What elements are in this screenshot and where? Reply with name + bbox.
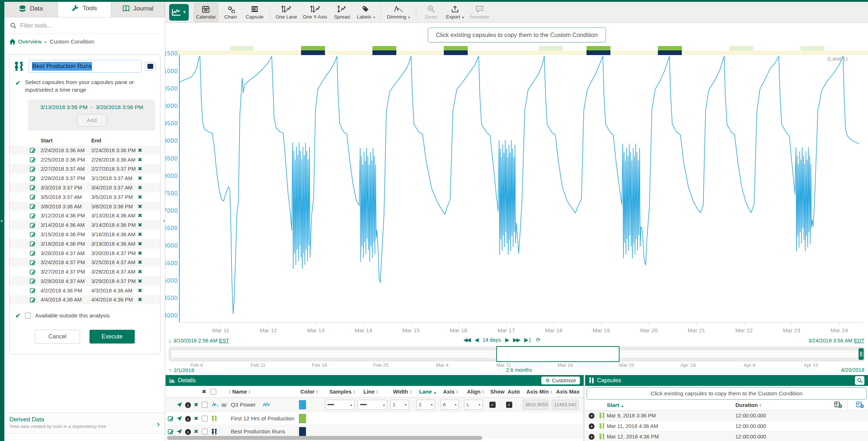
- collapse-sidebar-icon[interactable]: ‹‹: [163, 217, 164, 224]
- pin-item-icon[interactable]: [176, 429, 182, 434]
- edit-capsule-icon[interactable]: [30, 241, 41, 247]
- remove-capsule-icon[interactable]: ✖: [138, 241, 142, 247]
- condition-capsule-green[interactable]: [372, 46, 396, 50]
- column-header-axis-min[interactable]: Axis Min▲▼: [526, 388, 554, 395]
- condition-capsule-green-dimmed[interactable]: [801, 46, 825, 50]
- capsule-row[interactable]: +Mar 9, 2018 3:36 PM12:00:00.000: [585, 411, 868, 421]
- timebar-track[interactable]: [169, 347, 865, 361]
- home-icon[interactable]: [9, 39, 16, 45]
- breadcrumb-overview-link[interactable]: Overview: [18, 38, 42, 45]
- condition-capsule-green-dimmed[interactable]: [729, 46, 753, 50]
- remove-capsule-icon[interactable]: ✖: [138, 296, 142, 303]
- capsule-row[interactable]: +Mar 11, 2018 4:36 AM12:00:00.000: [585, 421, 868, 432]
- column-header-lane[interactable]: Lane ▲: [419, 388, 437, 395]
- edit-capsule-icon[interactable]: [30, 175, 41, 182]
- condition-capsule-green-dimmed[interactable]: [539, 46, 563, 50]
- range-end-readout[interactable]: 3/24/2018 3:56 AM EDT: [808, 337, 864, 344]
- edit-capsule-icon[interactable]: [30, 184, 41, 191]
- remove-capsule-icon[interactable]: ✖: [138, 147, 142, 154]
- time-range-value[interactable]: 3/13/2018 3:56 PM - 3/20/2018 3:56 PM: [32, 104, 151, 111]
- edit-item-icon[interactable]: [168, 415, 174, 421]
- samples-style-dropdown[interactable]: ▴: [325, 400, 355, 410]
- remove-item-icon[interactable]: ✖: [194, 402, 199, 408]
- remove-capsule-icon[interactable]: ✖: [138, 287, 142, 294]
- edit-capsule-icon[interactable]: [30, 157, 41, 163]
- chain-button[interactable]: Chain: [220, 3, 242, 22]
- select-all-checkbox[interactable]: [210, 389, 216, 395]
- remove-capsule-icon[interactable]: ✖: [138, 175, 142, 182]
- condition-capsule-green[interactable]: [444, 46, 468, 50]
- refresh-icon[interactable]: ⟳: [536, 337, 541, 343]
- one-y-axis-button[interactable]: One Y-Axis: [301, 3, 329, 22]
- dimming-button[interactable]: Dimming ▾: [385, 3, 412, 22]
- capsules-duration-column[interactable]: Duration▲▼: [735, 402, 763, 408]
- column-header-name[interactable]: ▲▼Name▲▼: [227, 388, 252, 395]
- remove-capsule-icon[interactable]: ✖: [138, 231, 142, 238]
- labels-button[interactable]: Labels ▾: [355, 3, 377, 22]
- tab-tools[interactable]: Tools: [58, 0, 112, 17]
- details-row[interactable]: i✖First 12 Hrs of Production: [166, 412, 584, 425]
- horizontal-scrollbar[interactable]: [167, 436, 482, 440]
- tab-journal[interactable]: Journal: [111, 0, 165, 17]
- execute-button[interactable]: Execute: [89, 330, 135, 344]
- condition-name-input[interactable]: Best Production Runs: [29, 60, 142, 73]
- column-header-color[interactable]: Color▲▼: [300, 388, 320, 395]
- timebar-selection[interactable]: [496, 346, 619, 362]
- edit-capsule-icon[interactable]: [30, 231, 41, 237]
- derived-data-footer[interactable]: Derived Data View data created by tools …: [4, 413, 165, 434]
- window-duration[interactable]: 14 days: [483, 337, 501, 343]
- pin-item-icon[interactable]: [176, 402, 182, 408]
- capsules-start-column[interactable]: Start ▲: [607, 402, 624, 408]
- edit-capsule-icon[interactable]: [30, 147, 41, 153]
- row-checkbox[interactable]: [202, 429, 208, 434]
- capsule-row[interactable]: +Mar 12, 2018 4:36 PM12:00:00.000: [585, 432, 868, 441]
- details-row[interactable]: i✖WQ3 Power▴▴1▾1▾A▾L▾✓✓3815.905511483.04…: [166, 398, 584, 412]
- calendar-button[interactable]: Calendar: [194, 3, 218, 22]
- lane-dropdown[interactable]: 1▾: [416, 400, 435, 410]
- edit-capsule-icon[interactable]: [30, 222, 41, 228]
- color-swatch[interactable]: [299, 414, 306, 423]
- remove-capsule-icon[interactable]: ✖: [138, 269, 142, 275]
- remove-capsule-icon[interactable]: ✖: [138, 222, 142, 228]
- timebar-range-end[interactable]: 4/20/2018: [841, 367, 864, 373]
- step-back-icon[interactable]: ◀: [475, 337, 478, 343]
- expand-capsule-icon[interactable]: +: [589, 423, 594, 429]
- start-column-header[interactable]: Start: [41, 138, 91, 143]
- condition-capsule-green[interactable]: [658, 46, 682, 50]
- column-header-align[interactable]: Align▲▼: [467, 388, 485, 395]
- column-header-auto[interactable]: Auto: [508, 388, 520, 395]
- expand-capsule-icon[interactable]: +: [589, 434, 594, 440]
- step-forward-icon[interactable]: ▶: [505, 337, 509, 343]
- edit-capsule-icon[interactable]: [30, 278, 41, 284]
- row-checkbox[interactable]: [202, 402, 208, 408]
- end-column-header[interactable]: End: [91, 138, 138, 143]
- remove-capsule-icon[interactable]: ✖: [138, 278, 142, 284]
- column-header-show[interactable]: Show: [490, 388, 505, 395]
- axis-dropdown[interactable]: A▾: [440, 400, 459, 410]
- info-icon[interactable]: i: [185, 428, 191, 435]
- one-lane-button[interactable]: One Lane: [274, 3, 299, 22]
- color-swatch-button[interactable]: [145, 62, 156, 71]
- row-checkbox[interactable]: [202, 416, 208, 421]
- align-dropdown[interactable]: L▾: [464, 400, 483, 410]
- condition-capsule-green-dimmed[interactable]: [230, 46, 254, 50]
- remove-capsule-icon[interactable]: ✖: [138, 250, 142, 257]
- expand-capsule-icon[interactable]: +: [589, 413, 594, 419]
- collapse-left-icon[interactable]: ‹‹: [0, 217, 2, 224]
- remove-item-icon[interactable]: ✖: [194, 415, 199, 422]
- line-style-dropdown[interactable]: ▴: [358, 400, 387, 410]
- remove-capsule-icon[interactable]: ✖: [138, 203, 142, 210]
- edit-capsule-icon[interactable]: [30, 213, 41, 219]
- color-swatch[interactable]: [299, 427, 306, 436]
- chart-area[interactable]: (Lane 1) 4000450050005500600065007000750…: [166, 23, 868, 349]
- auto-checkbox[interactable]: ✓: [506, 402, 512, 408]
- condition-capsule-green[interactable]: [587, 46, 610, 50]
- remove-capsule-icon[interactable]: ✖: [138, 157, 142, 163]
- column-header-width[interactable]: Width▲▼: [393, 388, 413, 395]
- view-mode-dropdown[interactable]: ▼: [169, 4, 189, 21]
- remove-capsule-icon[interactable]: ✖: [138, 259, 142, 266]
- column-header-axis[interactable]: Axis▲▼: [443, 388, 460, 395]
- info-icon[interactable]: i: [185, 402, 191, 408]
- available-checkbox[interactable]: [25, 313, 31, 319]
- edit-capsule-icon[interactable]: [30, 166, 41, 172]
